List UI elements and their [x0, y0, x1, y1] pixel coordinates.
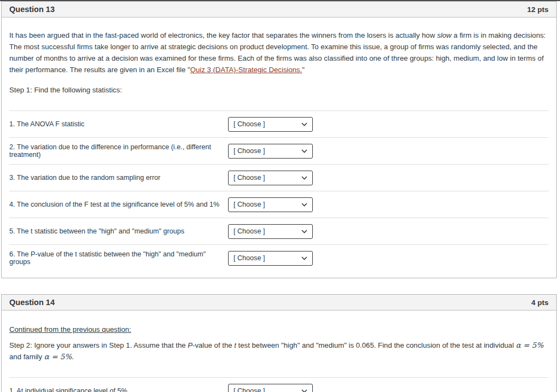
step2-text: Step 2: Ignore your answers in Step 1. A…	[9, 340, 549, 362]
row-label: 1. At individual significance level of 5…	[9, 387, 228, 392]
step2-part: -value of the	[192, 341, 234, 349]
choose-dropdown-value: [ Choose ]	[234, 254, 265, 262]
table-row: 5. The t statistic between the "high" an…	[9, 218, 549, 244]
prompt-italic-word: slow	[437, 31, 451, 39]
table-row: 1. The ANOVA F statistic [ Choose ]	[9, 110, 549, 137]
choose-dropdown-value: [ Choose ]	[234, 174, 265, 182]
choose-dropdown-value: [ Choose ]	[234, 201, 265, 208]
question-points: 12 pts	[527, 5, 549, 14]
question-13-body: It has been argued that in the fast-pace…	[2, 30, 556, 278]
prompt-text: "	[302, 66, 305, 74]
table-row: 2. The variation due to the difference i…	[9, 137, 549, 164]
continued-label: Continued from the previous question:	[9, 324, 549, 335]
choose-dropdown[interactable]: [ Choose ]	[228, 117, 313, 132]
row-label: 5. The t statistic between the "high" an…	[9, 227, 228, 235]
question-14-body: Continued from the previous question: St…	[2, 324, 556, 392]
choose-dropdown[interactable]: [ Choose ]	[228, 171, 313, 185]
alpha-equation: α = 5%	[44, 352, 72, 361]
table-row: 3. The variation due to the random sampl…	[9, 164, 549, 191]
question-title: Question 14	[9, 298, 55, 307]
question-points: 4 pts	[531, 299, 549, 307]
table-row: 6. The P-value of the t statistic betwee…	[9, 244, 549, 271]
question-13-prompt: It has been argued that in the fast-pace…	[9, 30, 549, 75]
question-13-header: Question 13 12 pts	[2, 2, 556, 17]
question-13-card: Question 13 12 pts It has been argued th…	[1, 1, 557, 278]
row-label: 3. The variation due to the random sampl…	[9, 174, 228, 182]
choose-dropdown-value: [ Choose ]	[234, 120, 265, 128]
choose-dropdown[interactable]: [ Choose ]	[228, 224, 313, 239]
chevron-down-icon	[301, 176, 307, 180]
chevron-down-icon	[301, 389, 307, 392]
table-row: 4. The conclusion of the F test at the s…	[9, 191, 549, 218]
chevron-down-icon	[301, 122, 307, 126]
question-13-rows: 1. The ANOVA F statistic [ Choose ] 2. T…	[9, 110, 549, 271]
p-variable: P	[188, 341, 192, 349]
choose-dropdown[interactable]: [ Choose ]	[228, 144, 313, 159]
choose-dropdown-value: [ Choose ]	[234, 147, 265, 155]
step2-part: test between "high" and "medium" is 0.06…	[236, 341, 516, 349]
row-label: 1. The ANOVA F statistic	[9, 120, 228, 128]
choose-dropdown-value: [ Choose ]	[234, 227, 265, 235]
prompt-text: It has been argued that in the fast-pace…	[9, 31, 437, 39]
chevron-down-icon	[301, 256, 307, 260]
question-14-header: Question 14 4 pts	[2, 295, 556, 311]
alpha-equation: α = 5%	[516, 341, 543, 349]
chevron-down-icon	[301, 230, 307, 233]
choose-dropdown-value: [ Choose ]	[234, 387, 265, 392]
excel-file-link[interactable]: Quiz 3 (DATA)-Strategic Decisions.	[190, 66, 302, 74]
chevron-down-icon	[301, 203, 307, 207]
choose-dropdown[interactable]: [ Choose ]	[228, 197, 313, 212]
choose-dropdown[interactable]: [ Choose ]	[228, 251, 313, 266]
step2-part: and family	[9, 353, 44, 361]
row-label: 6. The P-value of the t statistic betwee…	[9, 250, 228, 266]
question-14-card: Question 14 4 pts Continued from the pre…	[1, 294, 557, 392]
step2-part: .	[72, 353, 74, 361]
question-title: Question 13	[9, 5, 55, 14]
table-row: 1. At individual significance level of 5…	[9, 377, 549, 392]
step2-part: Step 2: Ignore your answers in Step 1. A…	[9, 341, 188, 349]
row-label: 2. The variation due to the difference i…	[9, 143, 228, 159]
choose-dropdown[interactable]: [ Choose ]	[228, 384, 313, 392]
step1-label: Step 1: Find the following statistics:	[9, 84, 549, 96]
chevron-down-icon	[301, 149, 307, 153]
question-14-rows: 1. At individual significance level of 5…	[9, 377, 549, 392]
row-label: 4. The conclusion of the F test at the s…	[9, 201, 228, 208]
